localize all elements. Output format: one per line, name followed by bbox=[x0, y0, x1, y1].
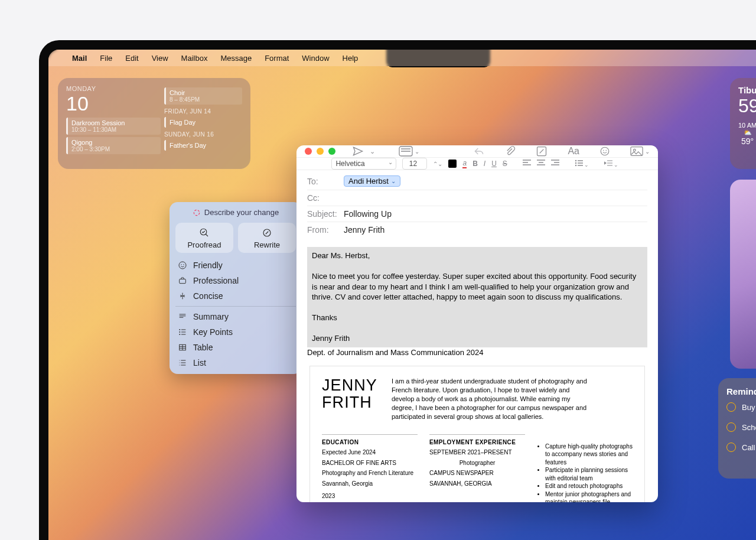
mail-body[interactable]: Dear Ms. Herbst, Nice to meet you for co… bbox=[296, 242, 658, 502]
tone-label: Friendly bbox=[193, 261, 223, 270]
photos-widget[interactable] bbox=[730, 180, 756, 369]
font-size-select[interactable]: 12 bbox=[402, 158, 427, 170]
proofread-button[interactable]: Proofread bbox=[175, 223, 233, 253]
menu-message[interactable]: Message bbox=[220, 54, 252, 63]
sparkle-icon bbox=[193, 209, 201, 217]
emoji-button[interactable] bbox=[599, 146, 610, 157]
window-controls bbox=[305, 148, 335, 155]
to-row[interactable]: To: Andi Herbst bbox=[307, 173, 647, 190]
svg-point-21 bbox=[575, 160, 576, 161]
attach-button[interactable] bbox=[505, 145, 516, 157]
event-title: Darkroom Session bbox=[71, 119, 157, 126]
reminder-item[interactable]: Buy film (12 bbox=[726, 402, 756, 412]
reminder-label: Scholarship bbox=[742, 423, 756, 432]
body-sig-dept: Dept. of Journalism and Mass Communicati… bbox=[307, 347, 647, 358]
circle-icon[interactable] bbox=[726, 402, 736, 412]
italic-button[interactable]: I bbox=[484, 160, 485, 168]
mail-toolbar: ⌄ ⌄ Aa ⌄ bbox=[296, 145, 658, 158]
separator bbox=[175, 306, 296, 307]
body-greeting: Dear Ms. Herbst, bbox=[312, 251, 643, 261]
menu-help[interactable]: Help bbox=[343, 54, 359, 63]
calendar-event[interactable]: Qigong 2:00 – 3:30PM bbox=[66, 137, 161, 154]
selected-text[interactable]: Dear Ms. Herbst, Nice to meet you for co… bbox=[307, 247, 647, 347]
transform-keypoints[interactable]: Key Points bbox=[170, 324, 302, 340]
close-button[interactable] bbox=[305, 148, 312, 155]
zoom-button[interactable] bbox=[328, 148, 335, 155]
text-color-button[interactable]: a bbox=[462, 159, 467, 168]
svg-point-8 bbox=[183, 264, 184, 265]
weather-temp: 59° bbox=[738, 95, 756, 117]
svg-point-10 bbox=[179, 329, 180, 330]
reply-button[interactable] bbox=[473, 145, 485, 157]
resume-bullet: Edit and retouch photographs bbox=[545, 482, 633, 490]
calendar-event[interactable]: Flag Day bbox=[164, 117, 242, 128]
calendar-date-header: SUNDAY, JUN 16 bbox=[164, 131, 242, 138]
transform-table[interactable]: Table bbox=[170, 340, 302, 355]
transform-list[interactable]: List bbox=[170, 355, 302, 370]
align-right-icon[interactable] bbox=[551, 160, 559, 168]
list-icon bbox=[178, 358, 187, 367]
describe-change-field[interactable]: Describe your change bbox=[170, 202, 302, 223]
recipient-pill[interactable]: Andi Herbst bbox=[344, 175, 400, 187]
calendar-widget[interactable]: MONDAY 10 Darkroom Session 10:30 – 11:30… bbox=[58, 78, 250, 169]
svg-point-23 bbox=[575, 164, 576, 165]
lines-icon bbox=[178, 312, 187, 321]
menu-window[interactable]: Window bbox=[302, 54, 329, 63]
tone-concise[interactable]: Concise bbox=[170, 288, 302, 304]
align-left-icon[interactable] bbox=[523, 160, 531, 168]
menu-format[interactable]: Format bbox=[265, 54, 289, 63]
tone-label: Concise bbox=[193, 291, 223, 301]
from-value: Jenny Frith bbox=[344, 225, 384, 235]
svg-point-12 bbox=[179, 334, 180, 335]
format-button[interactable]: Aa bbox=[568, 146, 579, 157]
event-title: Flag Day bbox=[170, 119, 195, 126]
tone-friendly[interactable]: Friendly bbox=[170, 258, 302, 273]
size-stepper-icon[interactable]: ⌃⌄ bbox=[433, 161, 442, 167]
macbook-display: Mail File Edit View Mailbox Message Form… bbox=[39, 40, 756, 540]
photo-browser-button[interactable]: ⌄ bbox=[630, 146, 650, 157]
transform-summary[interactable]: Summary bbox=[170, 309, 302, 324]
tone-label: Professional bbox=[193, 276, 239, 285]
indent-button[interactable]: ⌄ bbox=[604, 160, 618, 168]
calendar-event[interactable]: Choir 8 – 8:45PM bbox=[164, 87, 242, 105]
calendar-event[interactable]: Father's Day bbox=[164, 140, 242, 151]
app-menu[interactable]: Mail bbox=[72, 54, 87, 63]
rewrite-button[interactable]: Rewrite bbox=[238, 223, 296, 253]
strike-button[interactable]: S bbox=[503, 160, 507, 168]
markup-button[interactable] bbox=[536, 145, 548, 157]
underline-button[interactable]: U bbox=[491, 160, 497, 168]
from-label: From: bbox=[307, 225, 344, 235]
menu-view[interactable]: View bbox=[152, 54, 168, 63]
text-color-swatch[interactable] bbox=[448, 160, 457, 168]
svg-point-3 bbox=[194, 210, 199, 215]
list-style-button[interactable]: ⌄ bbox=[575, 160, 589, 168]
bold-button[interactable]: B bbox=[472, 160, 478, 168]
svg-point-20 bbox=[634, 149, 636, 151]
font-select[interactable]: Helvetica bbox=[331, 158, 396, 170]
reminders-widget[interactable]: Reminders Buy film (12 Scholarship Call … bbox=[718, 378, 756, 479]
body-paragraph: Nice to meet you for coffee yesterday. S… bbox=[312, 271, 643, 302]
reminder-label: Call Domin bbox=[742, 443, 756, 452]
svg-point-18 bbox=[606, 150, 607, 151]
menu-file[interactable]: File bbox=[100, 54, 112, 63]
chevron-down-icon[interactable]: ⌄ bbox=[370, 148, 375, 155]
tone-professional[interactable]: Professional bbox=[170, 273, 302, 288]
circle-icon[interactable] bbox=[726, 443, 736, 452]
menu-edit[interactable]: Edit bbox=[125, 54, 138, 63]
header-fields-button[interactable]: ⌄ bbox=[399, 146, 419, 157]
send-button[interactable] bbox=[352, 145, 364, 157]
resume-attachment[interactable]: JENNY FRITH I am a third-year student un… bbox=[309, 366, 645, 502]
menu-mailbox[interactable]: Mailbox bbox=[181, 54, 208, 63]
mail-compose-window: ⌄ ⌄ Aa ⌄ Helvetica 12 ⌃⌄ a B I U bbox=[296, 145, 658, 502]
circle-icon[interactable] bbox=[726, 422, 736, 432]
from-row[interactable]: From: Jenny Frith bbox=[307, 222, 647, 238]
calendar-event[interactable]: Darkroom Session 10:30 – 11:30AM bbox=[66, 118, 161, 135]
weather-widget[interactable]: Tiburon 59° 10 AM ⛅ 59° 11 AM ⛅ 62° bbox=[730, 78, 756, 169]
cc-row[interactable]: Cc: bbox=[307, 190, 647, 206]
minimize-button[interactable] bbox=[317, 148, 324, 155]
reminder-item[interactable]: Scholarship bbox=[726, 422, 756, 432]
reminder-item[interactable]: Call Domin bbox=[726, 443, 756, 452]
subject-row[interactable]: Subject: Following Up bbox=[307, 206, 647, 222]
align-center-icon[interactable] bbox=[537, 160, 545, 168]
event-time: 2:00 – 3:30PM bbox=[71, 146, 157, 152]
